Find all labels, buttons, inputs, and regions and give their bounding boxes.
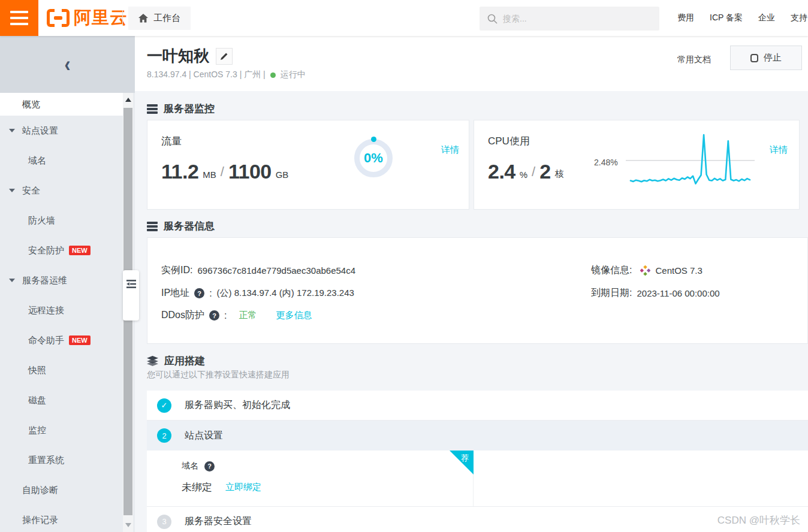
centos-logo-icon — [640, 265, 650, 276]
traffic-total: 1100 — [228, 161, 272, 182]
search-box — [480, 7, 659, 31]
field-label: DDos防护 — [161, 309, 204, 322]
traffic-value: 11.2 MB / 1100 GB — [161, 161, 288, 182]
field-label: 镜像信息: — [591, 264, 632, 277]
ddos-more-link[interactable]: 更多信息 — [276, 310, 312, 321]
sidebar-item-label: 概览 — [22, 99, 40, 110]
sidebar-item-firewall[interactable]: 防火墙 — [0, 205, 123, 235]
nav-billing[interactable]: 费用 — [677, 13, 694, 23]
check-icon: ✓ — [157, 398, 171, 413]
scrollbar-down-button[interactable] — [123, 519, 133, 531]
sidebar-item-disk[interactable]: 磁盘 — [0, 385, 123, 415]
field-label: 实例ID: — [161, 264, 192, 277]
cpu-percent-unit: % — [520, 170, 527, 182]
search-input[interactable] — [503, 14, 652, 23]
cpu-cores: 2 — [539, 161, 550, 182]
cpu-value: 2.4 % / 2 核 — [488, 161, 564, 182]
colon: : — [224, 310, 227, 321]
cpu-percent: 2.4 — [488, 161, 515, 182]
expire-value: 2023-11-06 00:00:00 — [637, 288, 719, 298]
step-number: 3 — [157, 515, 171, 529]
edit-name-button[interactable] — [216, 48, 233, 65]
section-monitoring-header: 服务器监控 — [147, 102, 215, 116]
sidebar-item-label: 远程连接 — [28, 305, 64, 316]
ip-value: (公) 8.134.97.4 (内) 172.19.23.243 — [217, 288, 354, 299]
chevron-down-icon — [9, 279, 15, 282]
domain-substep: 域名 ? 未绑定 立即绑定 荐 — [147, 451, 808, 506]
arrow-up-icon — [125, 98, 131, 102]
cpu-detail-link[interactable]: 详情 — [770, 144, 788, 156]
title-panel: 一叶知秋 8.134.97.4 | CentOS 7.3 | 广州 | 运行中 … — [135, 36, 808, 91]
nav-enterprise[interactable]: 企业 — [758, 13, 775, 23]
page-title: 一叶知秋 — [147, 46, 209, 66]
traffic-used-unit: MB — [203, 170, 216, 182]
domain-status: 未绑定 — [182, 480, 212, 494]
top-bar: 阿里云 工作台 费用 ICP 备案 企业 支持 — [0, 0, 808, 36]
section-setup-header: 应用搭建 — [147, 354, 205, 368]
sidebar-collapse-button[interactable]: ‹ — [0, 36, 135, 93]
nav-support[interactable]: 支持 — [791, 13, 807, 23]
workbench-button[interactable]: 工作台 — [128, 7, 191, 30]
docs-link[interactable]: 常用文档 — [677, 55, 711, 65]
sidebar-group-site-settings[interactable]: 站点设置 — [0, 116, 123, 146]
sidebar-item-label: 安全防护 — [28, 245, 64, 256]
bind-domain-link[interactable]: 立即绑定 — [225, 482, 261, 493]
step-site-settings-row[interactable]: 2 站点设置 — [147, 421, 808, 451]
sidebar-item-reset-system[interactable]: 重置系统 — [0, 445, 123, 475]
sidebar-item-security-protection[interactable]: 安全防护 NEW — [0, 235, 123, 265]
server-meta-text: 8.134.97.4 | CentOS 7.3 | 广州 | — [147, 69, 266, 80]
traffic-detail-link[interactable]: 详情 — [441, 144, 459, 156]
cpu-ref-label: 2.48% — [594, 158, 618, 167]
setup-subtitle: 您可以通过以下推荐设置快速搭建应用 — [147, 370, 290, 380]
colon: : — [209, 288, 212, 299]
stop-button[interactable]: 停止 — [730, 46, 802, 70]
stop-label: 停止 — [764, 52, 782, 64]
sidebar-item-label: 服务器运维 — [22, 275, 67, 286]
sidebar-item-overview[interactable]: 概览 — [0, 93, 123, 116]
step-label: 服务器购买、初始化完成 — [185, 399, 290, 412]
section-title: 服务器信息 — [164, 219, 215, 233]
layers-icon — [147, 356, 158, 366]
stop-icon — [750, 54, 758, 62]
logo-bracket-right-icon — [62, 9, 70, 27]
sidebar-item-label: 监控 — [28, 425, 46, 436]
step-number: 2 — [157, 428, 171, 443]
sidebar-item-label: 重置系统 — [28, 455, 64, 466]
section-title: 应用搭建 — [164, 354, 205, 368]
scrollbar-up-button[interactable] — [123, 93, 133, 106]
sidebar-item-snapshot[interactable]: 快照 — [0, 355, 123, 385]
separator: / — [221, 164, 224, 182]
sidebar-item-monitor[interactable]: 监控 — [0, 415, 123, 445]
domain-panel: 域名 ? 未绑定 立即绑定 荐 — [147, 451, 474, 506]
traffic-donut-chart: 0% — [354, 139, 393, 177]
sidebar-item-command-assistant[interactable]: 命令助手 NEW — [0, 325, 123, 355]
server-info-card: 实例ID: 696736c7c81d4e779d5aec30ab6e54c4 I… — [147, 237, 808, 344]
traffic-label: 流量 — [161, 134, 182, 148]
sidebar-item-remote-connect[interactable]: 远程连接 — [0, 295, 123, 325]
sidebar-group-server-ops[interactable]: 服务器运维 — [0, 265, 123, 295]
sidebar-item-label: 磁盘 — [28, 395, 46, 406]
panel-collapse-handle[interactable] — [123, 270, 139, 321]
help-icon[interactable]: ? — [209, 310, 219, 321]
new-badge: NEW — [69, 246, 91, 255]
aliyun-logo[interactable]: 阿里云 — [47, 0, 128, 36]
sidebar-item-operation-log[interactable]: 操作记录 — [0, 505, 123, 532]
section-info-header: 服务器信息 — [147, 219, 215, 233]
server-icon — [147, 222, 158, 231]
sidebar-item-domain[interactable]: 域名 — [0, 146, 123, 176]
image-value: CentOS 7.3 — [655, 265, 702, 276]
sidebar-group-security[interactable]: 安全 — [0, 176, 123, 205]
help-icon[interactable]: ? — [204, 461, 215, 471]
traffic-total-unit: GB — [276, 170, 289, 182]
field-label: 到期日期: — [591, 287, 632, 300]
sidebar-item-self-diagnosis[interactable]: 自助诊断 — [0, 475, 123, 505]
watermark: CSDN @叶秋学长 — [704, 513, 800, 527]
field-label: IP地址 — [161, 287, 189, 300]
cpu-usage-sparkline — [626, 132, 755, 188]
ip-row: IP地址 ? : (公) 8.134.97.4 (内) 172.19.23.24… — [161, 287, 354, 300]
nav-icp[interactable]: ICP 备案 — [710, 13, 743, 23]
hamburger-menu-icon[interactable] — [0, 0, 38, 36]
setup-steps: ✓ 服务器购买、初始化完成 2 站点设置 域名 ? 未绑定 立即绑定 荐 3 — [147, 391, 808, 532]
step-label: 站点设置 — [185, 430, 223, 442]
help-icon[interactable]: ? — [194, 288, 204, 298]
